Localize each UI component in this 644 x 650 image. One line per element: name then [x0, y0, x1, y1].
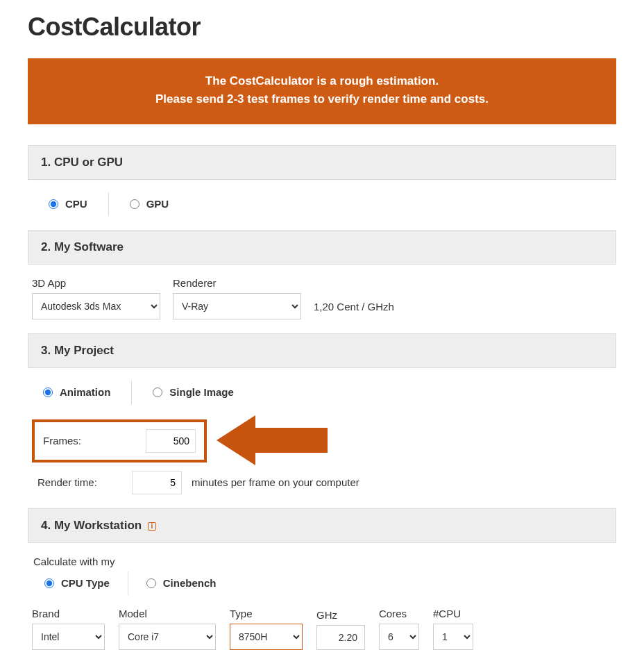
frames-label: Frames: — [43, 435, 133, 447]
radio-cputype[interactable]: CPU Type — [44, 577, 110, 589]
page-title: CostCalculator — [28, 12, 616, 42]
type-select[interactable]: 8750H — [230, 624, 303, 650]
attention-arrow-icon — [217, 412, 334, 471]
app-select[interactable]: Autodesk 3ds Max — [32, 293, 160, 319]
renderer-select[interactable]: V-Ray — [173, 293, 301, 319]
radio-animation-input[interactable] — [43, 388, 53, 397]
radio-gpu-input[interactable] — [130, 199, 139, 209]
ghz-label: GHz — [316, 609, 365, 621]
app-label: 3D App — [32, 277, 160, 289]
ghz-input[interactable] — [316, 625, 365, 650]
brand-label: Brand — [32, 608, 105, 619]
radio-cputype-label: CPU Type — [61, 577, 110, 589]
numcpu-label: #CPU — [433, 608, 473, 619]
divider — [128, 572, 128, 595]
radio-cpu[interactable]: CPU — [49, 198, 87, 210]
rendertime-label: Render time: — [32, 476, 122, 488]
section-3-header: 3. My Project — [28, 333, 616, 368]
section-2-header: 2. My Software — [28, 230, 616, 265]
price-text: 1,20 Cent / GHzh — [314, 301, 394, 319]
calc-with-label: Calculate with my — [32, 556, 607, 567]
radio-cputype-input[interactable] — [44, 578, 54, 588]
radio-cinebench[interactable]: Cinebench — [146, 577, 217, 589]
type-label: Type — [230, 608, 303, 619]
banner-line-2: Please send 2-3 test frames to verify re… — [42, 90, 602, 108]
rendertime-input[interactable] — [132, 471, 182, 494]
model-label: Model — [119, 608, 216, 619]
banner-line-1: The CostCalculator is a rough estimation… — [42, 72, 602, 90]
numcpu-select[interactable]: 1 — [433, 624, 473, 650]
cores-label: Cores — [379, 608, 419, 619]
frames-highlight: Frames: — [32, 419, 207, 462]
cores-select[interactable]: 6 — [379, 624, 419, 650]
divider — [108, 192, 109, 216]
section-4-header: 4. My Workstation i — [28, 508, 616, 543]
svg-marker-0 — [217, 415, 328, 465]
info-banner: The CostCalculator is a rough estimation… — [28, 58, 616, 124]
frames-input[interactable] — [146, 429, 196, 453]
radio-cinebench-label: Cinebench — [163, 577, 217, 589]
radio-cinebench-input[interactable] — [146, 578, 156, 588]
section-4-title: 4. My Workstation — [41, 519, 142, 532]
radio-animation[interactable]: Animation — [43, 386, 110, 398]
section-1-header: 1. CPU or GPU — [28, 145, 616, 180]
info-icon[interactable]: i — [148, 522, 156, 531]
radio-single-label: Single Image — [169, 386, 234, 398]
radio-animation-label: Animation — [60, 386, 110, 398]
radio-cpu-input[interactable] — [49, 199, 58, 209]
divider — [131, 381, 132, 404]
model-select[interactable]: Core i7 — [119, 624, 216, 650]
radio-gpu-label: GPU — [146, 198, 169, 210]
radio-cpu-label: CPU — [65, 198, 87, 210]
radio-single[interactable]: Single Image — [153, 386, 234, 398]
rendertime-suffix: minutes per frame on your computer — [192, 476, 359, 488]
radio-single-input[interactable] — [153, 388, 162, 397]
radio-gpu[interactable]: GPU — [130, 198, 169, 210]
brand-select[interactable]: Intel — [32, 624, 105, 650]
renderer-label: Renderer — [173, 277, 301, 289]
